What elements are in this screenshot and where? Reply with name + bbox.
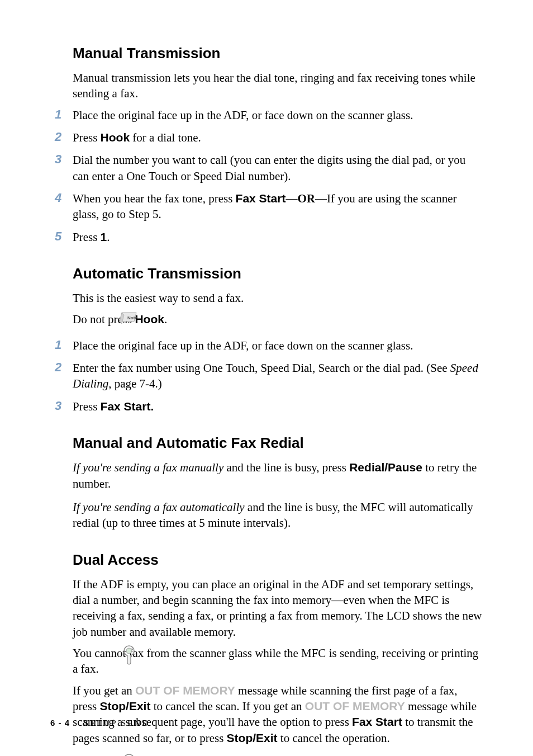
step-3: 3 Dial the number you want to call (you … — [73, 152, 483, 184]
step-text: Place the original face up in the ADF, o… — [73, 338, 483, 353]
page-footer: 6 - 4 SETUP SEND — [50, 718, 150, 728]
text: Press — [73, 131, 101, 144]
dual-access-p2: If you get an OUT OF MEMORY message whil… — [73, 683, 483, 746]
heading-dual-access: Dual Access — [73, 551, 483, 569]
text: . — [164, 313, 167, 326]
step-1: 1 Place the original face up in the ADF,… — [73, 338, 483, 353]
text: to cancel the scan. If you get an — [150, 700, 304, 713]
svg-text:Note: Note — [127, 315, 137, 320]
svg-point-2 — [126, 648, 132, 654]
step-text: Dial the number you want to call (you ca… — [73, 152, 483, 184]
step-2: 2 Enter the fax number using One Touch, … — [73, 360, 483, 392]
button-label: Stop/Exit — [99, 700, 150, 712]
note-row: You cannot fax from the scanner glass wh… — [73, 645, 483, 677]
text: Enter the fax number using One Touch, Sp… — [73, 361, 450, 375]
button-label: Fax Start. — [101, 400, 154, 413]
lcd-message: OUT OF MEMORY — [135, 684, 235, 697]
redial-p2: If you're sending a fax automatically an… — [73, 499, 483, 531]
step-5: 5 Press 1. — [73, 229, 483, 245]
step-number: 5 — [50, 229, 73, 244]
step-text: Enter the fax number using One Touch, Sp… — [73, 360, 483, 392]
step-2: 2 Press Hook for a dial tone. — [73, 130, 483, 145]
dual-access-p1: If the ADF is empty, you can place an or… — [73, 577, 483, 640]
lcd-message: OUT OF MEMORY — [305, 700, 405, 712]
redial-p1: If you're sending a fax manually and the… — [73, 460, 483, 492]
lightbulb-icon — [123, 645, 135, 668]
step-number: 3 — [50, 152, 73, 167]
intro-manual-transmission: Manual transmission lets you hear the di… — [73, 70, 483, 102]
emphasis: OR — [297, 192, 315, 205]
step-text: Place the original face up in the ADF, o… — [73, 107, 483, 123]
text: and the line is busy, press — [223, 461, 349, 474]
step-text: Press Hook for a dial tone. — [73, 130, 483, 145]
button-label: Stop/Exit — [227, 731, 278, 744]
text: Press — [73, 400, 101, 413]
button-label: Hook — [135, 313, 164, 325]
text: If you get an — [73, 684, 135, 697]
text: — — [285, 192, 297, 205]
emphasis: If you're sending a fax manually — [73, 461, 223, 474]
text: to cancel the operation. — [278, 731, 390, 745]
text: Press — [73, 230, 101, 244]
button-label: Fax Start — [236, 192, 286, 205]
step-number: 4 — [50, 191, 73, 205]
step-number: 1 — [50, 338, 73, 352]
button-label: Hook — [101, 131, 130, 144]
heading-manual-transmission: Manual Transmission — [73, 45, 483, 62]
heading-fax-redial: Manual and Automatic Fax Redial — [73, 434, 483, 452]
step-4: 4 When you hear the fax tone, press Fax … — [73, 191, 483, 223]
step-number: 2 — [50, 360, 73, 375]
step-3: 3 Press Fax Start. — [73, 399, 483, 414]
step-number: 3 — [50, 399, 73, 413]
note-row: Note Do not press Hook. — [73, 311, 483, 327]
emphasis: If you're sending a fax automatically — [73, 500, 245, 514]
intro-automatic: This is the easiest way to send a fax. — [73, 290, 483, 306]
note-row: The number of pages you can scan into me… — [73, 754, 483, 756]
text: . — [107, 230, 110, 244]
button-label: Fax Start — [352, 715, 402, 728]
text: When you hear the fax tone, press — [73, 192, 236, 205]
footer-title: SETUP SEND — [84, 719, 150, 727]
note-icon: Note — [118, 311, 137, 324]
lightbulb-icon — [123, 754, 135, 756]
text: , page 7-4.) — [108, 377, 162, 390]
step-number: 2 — [50, 130, 73, 144]
step-text: When you hear the fax tone, press Fax St… — [73, 191, 483, 223]
step-text: Press 1. — [73, 229, 483, 245]
page-content: Manual Transmission Manual transmission … — [50, 45, 483, 756]
page-number: 6 - 4 — [50, 718, 70, 727]
button-label: Redial/Pause — [349, 461, 422, 474]
heading-automatic-transmission: Automatic Transmission — [73, 265, 483, 282]
step-number: 1 — [50, 107, 73, 122]
step-1: 1 Place the original face up in the ADF,… — [73, 107, 483, 123]
button-label: 1 — [101, 230, 107, 243]
step-text: Press Fax Start. — [73, 399, 483, 414]
text: for a dial tone. — [130, 131, 201, 144]
